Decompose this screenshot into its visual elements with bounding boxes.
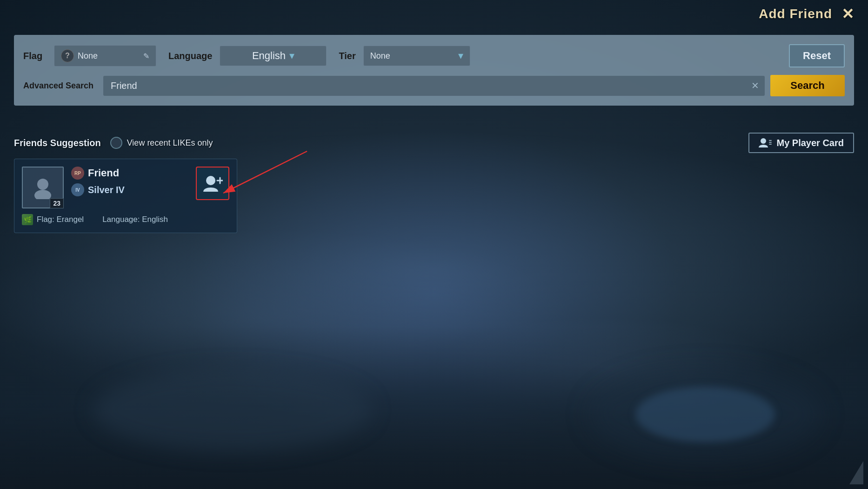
tier-badge-icon: IV [71,183,84,196]
avatar-wrap: 23 [22,167,64,208]
flag-detail-text: Flag: Erangel [37,215,84,224]
svg-point-5 [34,190,51,199]
add-friend-icon [202,174,223,193]
title-bar: Add Friend ✕ [0,0,868,28]
add-friend-button[interactable] [196,167,229,200]
tier-label: Tier [339,51,355,61]
friend-tier: Silver IV [88,185,125,195]
avatar-level: 23 [50,198,64,208]
svg-point-0 [761,138,766,144]
tier-arrow-icon: ▾ [458,50,463,62]
recent-likes-toggle[interactable]: View recent LIKEs only [110,137,213,149]
corner-decoration [849,461,863,484]
language-detail: Language: English [102,215,168,224]
reset-button[interactable]: Reset [789,44,845,67]
language-detail-value: English [142,215,168,224]
friend-name-row: RP Friend [71,167,188,180]
search-input[interactable] [103,76,765,96]
friend-card-top: 23 RP Friend IV Silver IV [22,167,229,208]
svg-rect-2 [769,142,772,143]
tier-dropdown[interactable]: None ▾ [363,46,470,66]
flag-question-icon: ? [61,49,74,62]
search-row: Advanced Search ✕ Search [23,75,845,96]
language-detail-text: Language: English [102,215,168,224]
my-player-card-button[interactable]: My Player Card [748,133,854,153]
player-card-icon [759,137,772,148]
friend-details: 🌿 Flag: Erangel Language: English [22,214,229,225]
flag-label: Flag [23,51,47,61]
flag-dropdown[interactable]: ? None ✎ [54,45,156,67]
avatar-silhouette-icon [31,176,54,199]
erangel-flag-icon: 🌿 [22,214,33,225]
tier-value: None [370,51,454,61]
clear-icon[interactable]: ✕ [751,80,759,91]
my-player-card-label: My Player Card [776,138,844,148]
language-arrow-icon: ▾ [289,50,294,62]
section-header: Friends Suggestion View recent LIKEs onl… [14,133,854,153]
language-value: English [252,50,286,62]
main-panel: Flag ? None ✎ Language English ▾ Tier No… [14,35,854,106]
friend-info: RP Friend IV Silver IV [71,167,188,196]
search-input-wrap: ✕ [103,76,765,96]
close-button[interactable]: ✕ [841,7,854,21]
rp-rank-icon: RP [71,167,84,180]
water-reflection [635,387,775,442]
toggle-label: View recent LIKEs only [127,138,213,148]
advanced-search-label: Advanced Search [23,81,98,91]
svg-rect-1 [769,140,772,141]
filter-row: Flag ? None ✎ Language English ▾ Tier No… [23,44,845,67]
flag-detail: 🌿 Flag: Erangel [22,214,84,225]
svg-point-6 [206,176,215,185]
language-dropdown[interactable]: English ▾ [220,46,327,66]
toggle-dot-icon [110,137,122,149]
bottom-section: Friends Suggestion View recent LIKEs onl… [14,133,854,233]
friend-card: 23 RP Friend IV Silver IV [14,159,237,233]
svg-rect-3 [769,144,772,145]
edit-icon: ✎ [143,52,149,60]
flag-value: None [78,51,140,61]
page-title: Add Friend [759,7,832,21]
friend-name: Friend [88,167,119,179]
tier-row: IV Silver IV [71,183,188,196]
svg-point-4 [37,179,48,190]
friends-suggestion-title: Friends Suggestion [14,138,101,148]
search-button[interactable]: Search [770,75,845,96]
language-label: Language [168,51,212,61]
